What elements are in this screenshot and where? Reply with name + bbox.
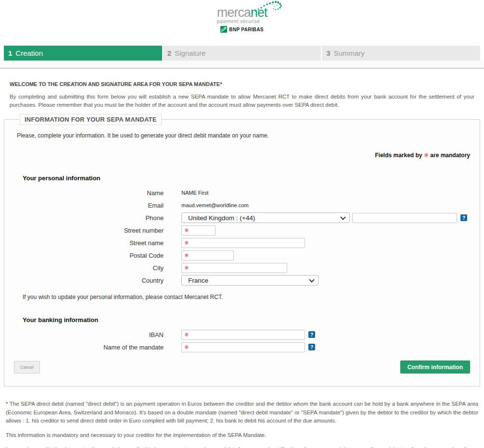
mandatory-note-prefix: Fields marked by: [375, 152, 422, 159]
personal-info-heading: Your personal information: [23, 174, 470, 182]
cancel-button[interactable]: Cancel: [14, 361, 40, 373]
country-select-wrap: France: [181, 275, 318, 286]
postal-code-row: Postal Code: [14, 250, 470, 261]
form-instruction: Please, complete your information. It be…: [17, 132, 470, 139]
step-label: Summary: [334, 49, 365, 57]
country-row: Country France: [14, 275, 470, 286]
email-value: maud.vernet@worldline.com: [181, 202, 249, 208]
country-select[interactable]: France: [181, 275, 318, 286]
form-actions: Cancel Confirm information: [14, 361, 470, 373]
phone-country-select[interactable]: United Kingdom : (+44): [181, 212, 350, 223]
mandate-name-label: Name of the mandate: [14, 344, 164, 351]
street-name-input[interactable]: [181, 238, 305, 248]
bnp-bank-name: BNP PARIBAS: [229, 27, 263, 32]
confirm-information-button[interactable]: Confirm information: [400, 361, 470, 373]
step-label: Signature: [175, 49, 205, 57]
phone-label: Phone: [14, 214, 164, 222]
sepa-mandate-form: INFORMATION FOR YOUR SEPA MANDATE Please…: [4, 114, 480, 386]
welcome-section: WELCOME TO THE CREATION AND SIGNATURE AR…: [10, 81, 474, 109]
brand-tagline: paiement sécurisé: [217, 19, 267, 24]
postal-code-input[interactable]: [181, 250, 234, 261]
update-contact-note: If you wish to update your personal info…: [23, 294, 470, 300]
step-number: 2: [167, 49, 171, 57]
email-row: Email maud.vernet@worldline.com: [14, 200, 470, 211]
banking-info-heading: Your banking information: [23, 316, 470, 324]
postal-code-label: Postal Code: [14, 252, 164, 259]
name-row: Name NAME First: [14, 187, 470, 198]
phone-help-icon[interactable]: ?: [460, 214, 467, 221]
email-label: Email: [14, 202, 164, 209]
mercanet-dots-swoosh-icon: [248, 0, 283, 16]
phone-number-input[interactable]: [352, 213, 457, 223]
mandatory-fields-note: Fields marked by ✱ are mandatory: [14, 152, 470, 159]
bnp-paribas-logo: BNP PARIBAS: [220, 26, 263, 33]
mandatory-note-suffix: are mandatory: [430, 152, 470, 159]
mandate-name-input[interactable]: [181, 342, 305, 352]
city-row: City: [14, 262, 470, 273]
street-number-row: Street number: [14, 225, 470, 236]
city-input[interactable]: [181, 263, 287, 273]
street-name-row: Street name: [14, 237, 470, 248]
legal-paragraph-mandatory-info: This information is mandatory and necess…: [6, 431, 478, 439]
brand-gray-part: merca: [217, 5, 251, 20]
name-label: Name: [14, 189, 164, 197]
street-name-label: Street name: [14, 239, 164, 247]
mandate-name-help-icon[interactable]: ?: [308, 344, 315, 350]
form-legend: INFORMATION FOR YOUR SEPA MANDATE: [20, 114, 162, 125]
iban-row: IBAN ?: [14, 329, 470, 340]
mandatory-asterisk: ✱: [424, 152, 429, 159]
welcome-body: By completing and submitting this form b…: [10, 93, 474, 109]
step-tab-summary: 3 Summary: [322, 46, 480, 61]
step-tab-signature: 2 Signature: [163, 46, 321, 61]
legal-notes: * The SEPA direct debit (named "direct d…: [6, 400, 478, 448]
phone-row: Phone United Kingdom : (+44) ?: [14, 212, 470, 223]
header: mercanet paiement sécurisé BNP PARIBAS: [0, 0, 484, 39]
iban-help-icon[interactable]: ?: [308, 331, 315, 338]
phone-country-select-wrap: United Kingdom : (+44): [181, 212, 350, 223]
welcome-title: WELCOME TO THE CREATION AND SIGNATURE AR…: [10, 81, 474, 87]
street-number-label: Street number: [14, 227, 164, 234]
name-value: NAME First: [181, 190, 208, 196]
bnp-emblem-icon: [220, 26, 227, 33]
mercanet-logo: mercanet paiement sécurisé: [217, 6, 267, 24]
iban-label: IBAN: [14, 331, 164, 338]
legal-paragraph-sepa-definition: * The SEPA direct debit (named "direct d…: [6, 400, 478, 425]
mandate-name-row: Name of the mandate ?: [14, 342, 470, 352]
step-number: 1: [8, 49, 12, 57]
iban-input[interactable]: [181, 330, 305, 340]
step-number: 3: [326, 49, 330, 57]
step-tab-creation: 1 Creation: [4, 46, 162, 61]
street-number-input[interactable]: [181, 225, 216, 236]
city-label: City: [14, 264, 164, 272]
country-label: Country: [14, 277, 164, 284]
header-divider: [0, 61, 484, 69]
wizard-steps: 1 Creation 2 Signature 3 Summary: [4, 46, 480, 61]
step-label: Creation: [15, 49, 43, 57]
legal-paragraph-data-protection: In accordance with the data protection r…: [6, 446, 478, 448]
